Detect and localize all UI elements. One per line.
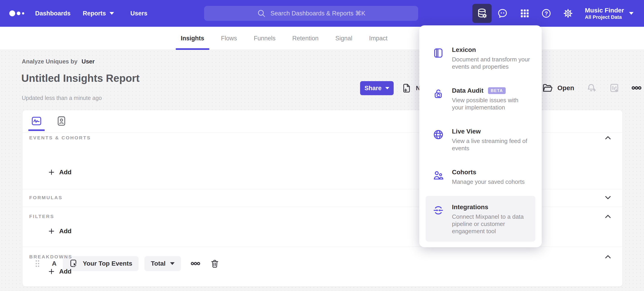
add-breakdown-label: Add <box>59 268 72 275</box>
create-alert-button[interactable] <box>586 83 597 93</box>
chevron-down-icon <box>385 87 389 89</box>
document-plus-icon <box>401 83 412 93</box>
event-selector-chip[interactable]: Your Top Events <box>63 256 138 271</box>
analyze-by-dropdown[interactable]: User <box>82 58 95 65</box>
share-button[interactable]: Share <box>360 81 394 95</box>
integrations-sync-icon <box>432 204 444 235</box>
project-name: Music Finder <box>585 6 624 14</box>
menu-item-description: Document and transform your events and p… <box>452 56 530 70</box>
add-event-button[interactable]: Add <box>48 169 72 176</box>
tab-flows[interactable]: Flows <box>221 27 237 50</box>
menu-item-description: View a live streaming feed of events <box>452 137 530 152</box>
search-icon <box>257 9 266 18</box>
menu-item-live-view[interactable]: Live View View a live streaming feed of … <box>426 120 536 159</box>
menu-item-integrations[interactable]: Integrations Connect Mixpanel to a data … <box>426 196 536 242</box>
svg-text:?: ? <box>544 10 548 16</box>
nav-users[interactable]: Users <box>130 0 148 27</box>
collapse-filters-button[interactable] <box>603 212 613 221</box>
tab-signal[interactable]: Signal <box>336 27 352 50</box>
menu-item-description: Manage your saved cohorts <box>452 178 525 185</box>
project-data-scope: All Project Data <box>585 14 624 20</box>
live-view-globe-icon <box>432 129 444 152</box>
nav-dashboards[interactable]: Dashboards <box>35 0 70 27</box>
tab-funnels-label: Funnels <box>254 35 276 42</box>
report-tabbar: Insights Flows Funnels Retention Signal … <box>0 27 644 50</box>
tab-funnels[interactable]: Funnels <box>254 27 276 50</box>
menu-item-title: Integrations <box>452 204 488 211</box>
builder-view-tabs <box>29 114 69 128</box>
tab-impact[interactable]: Impact <box>369 27 388 50</box>
open-report-label: Open <box>558 84 574 92</box>
cohorts-people-icon <box>432 170 444 185</box>
help-button[interactable]: ? <box>536 4 556 23</box>
settings-button[interactable] <box>558 4 578 23</box>
series-letter: A <box>48 260 61 267</box>
chevron-down-icon <box>170 262 174 265</box>
expand-formulas-button[interactable] <box>603 193 613 203</box>
tab-insights-label: Insights <box>181 35 204 42</box>
beta-badge: BETA <box>488 87 506 94</box>
tab-impact-label: Impact <box>369 35 388 42</box>
plus-icon <box>48 228 55 235</box>
menu-item-cohorts[interactable]: Cohorts Manage your saved cohorts <box>426 161 536 192</box>
chevron-up-icon <box>604 252 612 261</box>
collapse-breakdowns-button[interactable] <box>603 252 613 262</box>
add-filter-button[interactable]: Add <box>48 228 72 235</box>
mixpanel-logo-icon[interactable] <box>9 8 34 19</box>
plus-icon <box>48 268 55 275</box>
open-report-button[interactable]: Open <box>542 82 574 93</box>
analyze-row: Analyze Uniques by User <box>22 58 94 65</box>
collapse-events-button[interactable] <box>603 133 613 143</box>
nav-users-label: Users <box>130 10 148 17</box>
aggregation-dropdown[interactable]: Total <box>144 256 181 271</box>
add-to-dashboard-button[interactable] <box>609 83 620 93</box>
folder-open-icon <box>542 82 553 93</box>
apps-grid-button[interactable] <box>515 4 534 23</box>
trash-icon <box>210 259 220 268</box>
tab-flows-label: Flows <box>221 35 237 42</box>
database-gear-icon <box>476 8 488 19</box>
menu-item-lexicon[interactable]: Lexicon Document and transform your even… <box>426 38 536 77</box>
chart-plus-icon <box>609 83 620 93</box>
report-more-button[interactable] <box>631 83 642 93</box>
more-horizontal-icon <box>631 83 642 93</box>
nav-reports-label: Reports <box>83 10 106 17</box>
tab-signal-label: Signal <box>336 35 352 42</box>
menu-item-data-audit[interactable]: Data Audit BETA View possible issues wit… <box>426 79 536 118</box>
share-button-label: Share <box>364 85 382 92</box>
event-cursor-icon <box>69 259 79 268</box>
data-management-menu: Lexicon Document and transform your even… <box>419 25 542 247</box>
search-input[interactable]: Search Dashboards & Reports ⌘K <box>204 6 418 21</box>
menu-item-title: Live View <box>452 128 481 135</box>
tab-profiles-view[interactable] <box>54 114 69 128</box>
chevron-up-icon <box>604 212 612 221</box>
tab-events-view[interactable] <box>29 114 44 128</box>
report-title[interactable]: Untitled Insights Report <box>21 72 140 84</box>
search-placeholder: Search Dashboards & Reports ⌘K <box>270 10 366 17</box>
plus-icon <box>48 169 55 176</box>
add-breakdown-button[interactable]: Add <box>48 268 72 275</box>
section-filters: FILTERS <box>29 214 54 219</box>
nav-dashboards-label: Dashboards <box>35 10 70 17</box>
chat-bubble-icon <box>497 8 508 19</box>
feedback-button[interactable] <box>493 4 512 23</box>
event-more-button[interactable] <box>190 259 200 269</box>
drag-handle[interactable] <box>33 259 42 269</box>
menu-item-description: Connect Mixpanel to a data pipeline or c… <box>452 213 530 235</box>
tab-insights[interactable]: Insights <box>181 27 204 50</box>
lexicon-book-icon <box>432 47 444 70</box>
grid-icon <box>520 8 530 18</box>
event-name: Your Top Events <box>83 260 132 267</box>
project-selector[interactable]: Music Finder All Project Data <box>585 0 634 27</box>
nav-reports[interactable]: Reports <box>83 0 114 27</box>
pulse-chart-icon <box>31 115 42 127</box>
top-navbar: Dashboards Reports Users Search Dashboar… <box>0 0 644 27</box>
chevron-up-icon <box>604 133 612 142</box>
tab-retention-label: Retention <box>292 35 318 42</box>
more-horizontal-icon <box>190 259 200 269</box>
tab-retention[interactable]: Retention <box>292 27 318 50</box>
report-actions: Open <box>542 82 642 93</box>
profile-card-icon <box>56 115 67 127</box>
delete-event-button[interactable] <box>210 259 220 268</box>
data-management-button[interactable] <box>472 4 492 23</box>
